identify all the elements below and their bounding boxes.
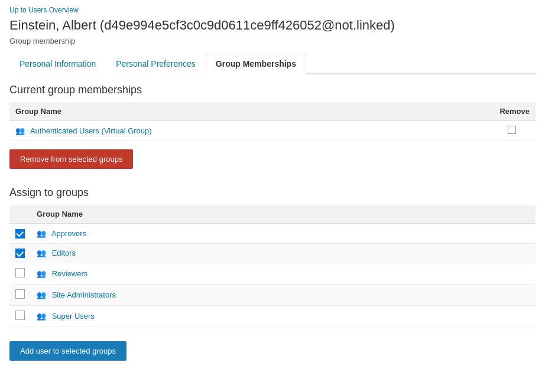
assign-to-groups-section: Assign to groups Group Name (9, 187, 536, 361)
assign-checkbox-reviewers[interactable] (15, 268, 25, 277)
col-header-assign-group-name: Group Name (31, 205, 536, 224)
up-to-users-link[interactable]: Up to Users Overview (9, 6, 536, 14)
group-link-super-users[interactable]: Super Users (52, 312, 95, 321)
current-memberships-heading: Current group memberships (9, 84, 536, 96)
assign-checkbox-site-admins[interactable] (15, 289, 25, 299)
group-icon: 👥 (37, 312, 46, 321)
remove-checkbox[interactable] (508, 126, 516, 134)
assign-checkbox-approvers[interactable] (15, 229, 25, 239)
assign-checkbox-reviewers-wrapper[interactable] (15, 268, 25, 277)
group-icon: 👥 (37, 269, 46, 278)
page-title: Einstein, Albert (d49e994e5cf3c0c9d0611c… (9, 18, 536, 33)
tab-bar: Personal Information Personal Preference… (9, 54, 536, 74)
col-header-group-name: Group Name (9, 102, 488, 121)
table-row: 👥 Reviewers (9, 263, 536, 285)
assign-checkbox-super-users-wrapper[interactable] (15, 311, 25, 320)
group-icon: 👥 (37, 249, 46, 257)
group-link-editors[interactable]: Editors (52, 249, 76, 257)
current-memberships-table: Group Name Remove 👥 Authenticated Users … (9, 102, 536, 141)
table-row: 👥 Approvers (9, 224, 536, 244)
assign-checkbox-super-users[interactable] (15, 311, 25, 320)
col-header-check (9, 205, 31, 224)
group-icon: 👥 (15, 126, 25, 135)
group-link-reviewers[interactable]: Reviewers (52, 269, 88, 278)
table-row: 👥 Site Administrators (9, 285, 536, 306)
assign-groups-table: Group Name 👥 Approvers (9, 205, 536, 327)
table-row: 👥 Super Users (9, 306, 536, 327)
assign-checkbox-site-admins-wrapper[interactable] (15, 289, 25, 299)
group-link-site-administrators[interactable]: Site Administrators (52, 290, 116, 299)
table-row: 👥 Authenticated Users (Virtual Group) (9, 121, 536, 141)
add-user-to-groups-button[interactable]: Add user to selected groups (9, 341, 126, 361)
tab-personal-information[interactable]: Personal Information (9, 54, 106, 74)
page-subtitle: Group membership (9, 37, 536, 45)
col-header-remove: Remove (488, 102, 536, 121)
group-icon: 👥 (37, 229, 46, 238)
table-row: 👥 Editors (9, 243, 536, 263)
assign-to-groups-heading: Assign to groups (9, 187, 536, 199)
tab-group-memberships[interactable]: Group Memberships (206, 54, 306, 74)
tab-personal-preferences[interactable]: Personal Preferences (106, 54, 206, 74)
assign-checkbox-approvers-wrapper[interactable] (15, 229, 25, 239)
group-icon: 👥 (37, 290, 46, 299)
group-link-authenticated-users[interactable]: Authenticated Users (Virtual Group) (30, 126, 152, 135)
assign-checkbox-editors-wrapper[interactable] (15, 249, 25, 258)
assign-checkbox-editors[interactable] (15, 249, 25, 258)
group-link-approvers[interactable]: Approvers (51, 229, 86, 238)
remove-checkbox-wrapper[interactable] (508, 126, 516, 134)
remove-from-groups-button[interactable]: Remove from selected groups (9, 149, 133, 169)
